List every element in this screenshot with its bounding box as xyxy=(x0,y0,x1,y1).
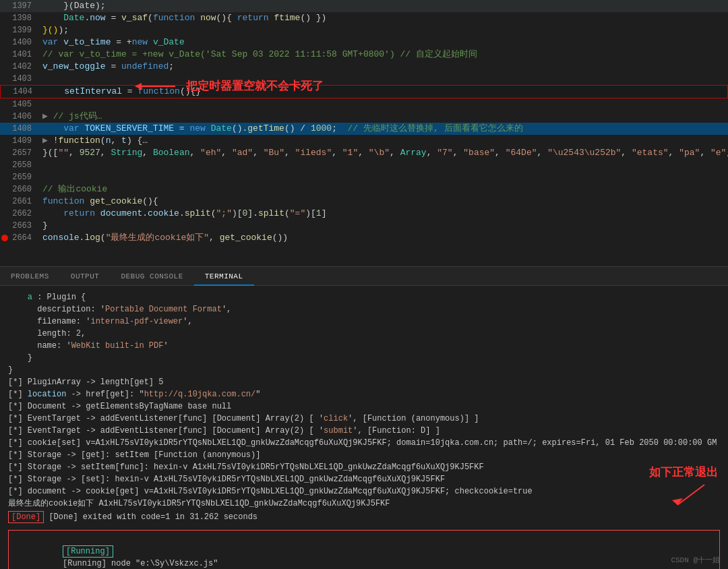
terminal-line: } xyxy=(8,352,720,364)
code-line-1406: 1406 ▶ // js代码… xyxy=(0,111,728,123)
terminal-line: a : Plugin { xyxy=(8,291,720,303)
tab-output[interactable]: OUTPUT xyxy=(60,267,111,286)
code-line-1397: 1397 }(Date); xyxy=(0,0,728,12)
terminal-line: [*] EventTarget -> addEventListener[func… xyxy=(8,425,720,437)
done-tag: [Done] xyxy=(8,511,44,523)
terminal-line: [*] PluginArray -> length[get] 5 xyxy=(8,376,720,388)
tab-debug-console[interactable]: DEBUG CONSOLE xyxy=(110,267,193,286)
terminal-line: length: 2, xyxy=(8,328,720,340)
code-line-1405: 1405 xyxy=(0,98,728,111)
csdn-watermark: CSDN @十一姐 xyxy=(671,555,720,565)
terminal-line: description: 'Portable Document Format', xyxy=(8,303,720,316)
running-command: [Running] node "e:\Sy\Vskzxc.js" xyxy=(63,559,218,568)
code-line-2663: 2663 } xyxy=(0,220,728,232)
code-editor: 1397 }(Date); 1398 Date.now = v_saf(func… xyxy=(0,0,728,266)
code-line-2657: 2657 }(["", 9527, String, Boolean, "eh",… xyxy=(0,147,728,159)
code-line-1409: 1409 ▶ !function(n, t) {… xyxy=(0,135,728,147)
code-line-1404: 1404 setInterval = function(){} xyxy=(0,85,728,98)
code-line-2660: 2660 // 输出cookie xyxy=(0,183,728,196)
code-line-1401: 1401 // var v_to_time = +new v_Date('Sat… xyxy=(0,49,728,61)
code-line-1403: 1403 xyxy=(0,73,728,85)
terminal-line: [*] Document -> getElementsByTagName bas… xyxy=(8,400,720,413)
running-line: [Running] [Running] node "e:\Sy\Vskzxc.j… xyxy=(14,533,714,569)
tab-problems[interactable]: PROBLEMS xyxy=(0,267,60,286)
terminal-line: [*] cookie[set] v=A1xHL75sVI0ykiDR5rYTQs… xyxy=(8,437,720,449)
terminal-line: [*] Storage -> setItem[func]: hexin-v A1… xyxy=(8,461,720,473)
code-line-2664: 2664 console.log("最终生成的cookie如下", get_co… xyxy=(0,232,728,244)
terminal-line: } xyxy=(8,364,720,376)
bottom-panel: PROBLEMS OUTPUT DEBUG CONSOLE TERMINAL a… xyxy=(0,266,728,569)
code-line-1399: 1399 }()); xyxy=(0,24,728,36)
code-line-1400: 1400 var v_to_time = +new v_Date xyxy=(0,36,728,49)
terminal-line: [*] EventTarget -> addEventListener[func… xyxy=(8,413,720,425)
terminal-line: 最终生成的cookie如下 A1xHL75sVI0ykiDR5rYTQsNbLX… xyxy=(8,498,720,510)
terminal-line: [*] Storage -> [get]: setItem [Function … xyxy=(8,449,720,461)
running-tag: [Running] xyxy=(63,545,113,558)
terminal-line: name: 'WebKit built-in PDF' xyxy=(8,340,720,352)
code-line-2659: 2659 xyxy=(0,171,728,183)
panel-tabs: PROBLEMS OUTPUT DEBUG CONSOLE TERMINAL xyxy=(0,267,728,286)
code-line-1402: 1402 v_new_toggle = undefined; xyxy=(0,61,728,73)
terminal-line: [*] Storage -> [set]: hexin-v A1xHL75sVI… xyxy=(8,473,720,485)
done-text: [Done] exited with code=1 in 31.262 seco… xyxy=(49,512,257,522)
code-line-2661: 2661 function get_cookie(){ xyxy=(0,196,728,208)
terminal-line: filename: 'internal-pdf-viewer', xyxy=(8,316,720,328)
code-line-1398: 1398 Date.now = v_saf(function now(){ re… xyxy=(0,12,728,24)
running-box: [Running] [Running] node "e:\Sy\Vskzxc.j… xyxy=(8,530,720,569)
code-line-2658: 2658 xyxy=(0,159,728,171)
done-exit-line: [Done] [Done] exited with code=1 in 31.2… xyxy=(8,512,720,522)
terminal-line: [*] document -> cookie[get] v=A1xHL75sVI… xyxy=(8,485,720,498)
breakpoint-dot xyxy=(1,235,8,241)
code-line-2662: 2662 return document.cookie.split(";")[0… xyxy=(0,208,728,220)
code-line-1408: 1408 var TOKEN_SERVER_TIME = new Date().… xyxy=(0,123,728,135)
tab-terminal[interactable]: TERMINAL xyxy=(194,267,254,286)
terminal-line-location: [*] location -> href[get]: "http://q.10j… xyxy=(8,388,720,400)
terminal-content[interactable]: a : Plugin { description: 'Portable Docu… xyxy=(0,286,728,569)
